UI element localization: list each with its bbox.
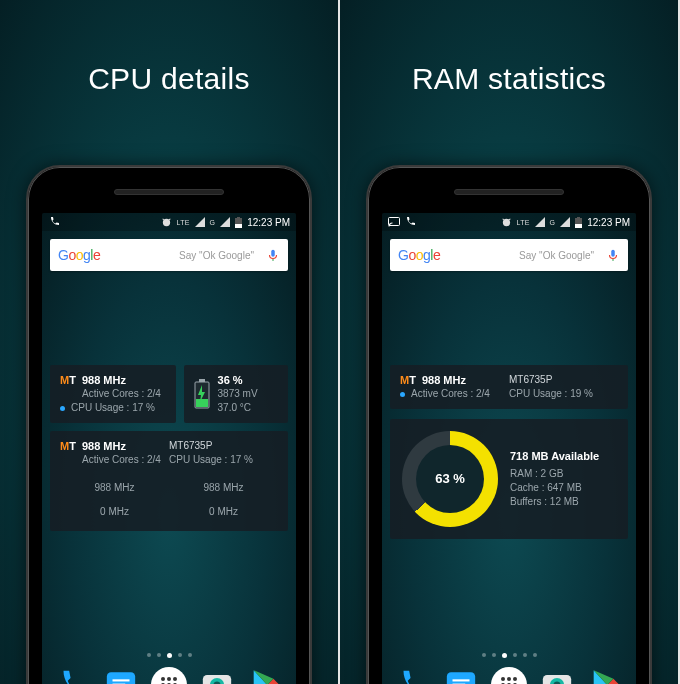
signal-icon-2 <box>560 217 570 227</box>
cast-icon <box>388 217 400 227</box>
network-g-label: G <box>550 219 556 226</box>
cpu-freq: 988 MHz <box>422 373 466 387</box>
cpu-wide-widget[interactable]: MT 988 MHz Active Cores : 2/4 MT6735P CP… <box>390 365 628 409</box>
core-freq-2: 0 MHz <box>60 505 169 519</box>
dock <box>42 660 296 684</box>
cpu-usage: CPU Usage : 17 % <box>71 402 155 413</box>
phone-inner: LTE G 12:23 PM Google Say "Ok Google" <box>36 175 302 684</box>
page-indicator[interactable] <box>382 653 636 658</box>
phone-frame: LTE G 12:23 PM Google Say "Ok Google" <box>26 165 312 684</box>
mt-logo-icon: MT <box>60 373 76 387</box>
cpu-small-widget[interactable]: MT 988 MHz Active Cores : 2/4 CPU Usage … <box>50 365 176 423</box>
wifi-calling-icon <box>404 216 416 228</box>
alarm-icon <box>161 217 172 228</box>
phone-screen: LTE G 12:23 PM Google Say "Ok Google" <box>42 213 296 684</box>
alarm-icon <box>501 217 512 228</box>
search-hint: Say "Ok Google" <box>106 250 260 261</box>
ram-pct: 63 % <box>435 472 465 486</box>
battery-widget[interactable]: 36 % 3873 mV 37.0 °C <box>184 365 288 423</box>
battery-status-icon <box>235 217 242 228</box>
messages-app-icon[interactable] <box>103 667 139 684</box>
cpu-freq: 988 MHz <box>82 439 126 453</box>
signal-icon-2 <box>220 217 230 227</box>
phone-app-icon[interactable] <box>54 667 90 684</box>
cpu-chip: MT6735P <box>509 373 618 387</box>
google-search-bar[interactable]: Google Say "Ok Google" <box>390 239 628 271</box>
app-drawer-icon[interactable] <box>151 667 187 684</box>
widget-area: MT 988 MHz Active Cores : 2/4 MT6735P CP… <box>390 365 628 539</box>
phone-app-icon[interactable] <box>394 667 430 684</box>
cpu-wide-widget[interactable]: MT 988 MHz Active Cores : 2/4 MT6735P CP… <box>50 431 288 531</box>
status-dot-icon <box>60 406 65 411</box>
svg-point-12 <box>173 677 177 681</box>
svg-point-32 <box>513 677 517 681</box>
svg-rect-7 <box>106 672 134 684</box>
wifi-calling-icon <box>48 216 60 228</box>
clock: 12:23 PM <box>587 217 630 228</box>
svg-rect-24 <box>575 224 582 228</box>
svg-rect-25 <box>577 217 580 218</box>
camera-app-icon[interactable] <box>199 667 235 684</box>
play-store-icon[interactable] <box>248 667 284 684</box>
svg-rect-1 <box>235 224 242 228</box>
svg-point-31 <box>507 677 511 681</box>
promo-panel-ram: RAM statistics LTE G <box>340 0 680 684</box>
signal-icon <box>195 217 205 227</box>
mic-icon[interactable] <box>266 247 280 263</box>
ram-cache: Cache : 647 MB <box>510 481 616 495</box>
svg-rect-6 <box>196 399 208 407</box>
battery-temp: 37.0 °C <box>218 401 258 415</box>
promo-panel-cpu: CPU details LTE G 12:23 <box>0 0 340 684</box>
status-bar: LTE G 12:23 PM <box>382 213 636 231</box>
mt-logo-icon: MT <box>400 373 416 387</box>
signal-icon <box>535 217 545 227</box>
app-drawer-icon[interactable] <box>491 667 527 684</box>
svg-point-30 <box>501 677 505 681</box>
svg-rect-26 <box>612 259 613 261</box>
google-search-bar[interactable]: Google Say "Ok Google" <box>50 239 288 271</box>
battery-icon <box>194 379 210 409</box>
status-bar: LTE G 12:23 PM <box>42 213 296 231</box>
play-store-icon[interactable] <box>588 667 624 684</box>
network-lte-label: LTE <box>517 219 530 226</box>
svg-point-11 <box>167 677 171 681</box>
panel-title: CPU details <box>0 62 338 96</box>
cpu-usage: CPU Usage : 17 % <box>169 453 278 467</box>
svg-rect-5 <box>199 379 205 382</box>
ram-donut-chart: 63 % <box>402 431 498 527</box>
cpu-cores: Active Cores : 2/4 <box>60 453 169 467</box>
google-logo: Google <box>58 247 100 263</box>
svg-rect-28 <box>452 679 469 681</box>
messages-app-icon[interactable] <box>443 667 479 684</box>
network-lte-label: LTE <box>177 219 190 226</box>
svg-point-10 <box>161 677 165 681</box>
core-freq-0: 988 MHz <box>60 481 169 495</box>
mt-logo-icon: MT <box>60 439 76 453</box>
ram-widget[interactable]: 63 % 718 MB Available RAM : 2 GB Cache :… <box>390 419 628 539</box>
panel-title: RAM statistics <box>340 62 678 96</box>
phone-screen: LTE G 12:23 PM Google Say "Ok Google" <box>382 213 636 684</box>
svg-rect-27 <box>446 672 474 684</box>
battery-pct: 36 % <box>218 373 258 387</box>
svg-rect-2 <box>237 217 240 218</box>
status-dot-icon <box>400 392 405 397</box>
phone-speaker <box>454 189 564 195</box>
google-logo: Google <box>398 247 440 263</box>
phone-frame: LTE G 12:23 PM Google Say "Ok Google" <box>366 165 652 684</box>
widget-area: MT 988 MHz Active Cores : 2/4 CPU Usage … <box>50 365 288 531</box>
search-hint: Say "Ok Google" <box>446 250 600 261</box>
network-g-label: G <box>210 219 216 226</box>
battery-status-icon <box>575 217 582 228</box>
phone-speaker <box>114 189 224 195</box>
cpu-freq: 988 MHz <box>82 373 126 387</box>
page-indicator[interactable] <box>42 653 296 658</box>
svg-rect-8 <box>112 679 129 681</box>
mic-icon[interactable] <box>606 247 620 263</box>
svg-rect-3 <box>272 259 273 261</box>
clock: 12:23 PM <box>247 217 290 228</box>
cpu-chip: MT6735P <box>169 439 278 453</box>
dock <box>382 660 636 684</box>
battery-mv: 3873 mV <box>218 387 258 401</box>
core-freq-1: 988 MHz <box>169 481 278 495</box>
camera-app-icon[interactable] <box>539 667 575 684</box>
